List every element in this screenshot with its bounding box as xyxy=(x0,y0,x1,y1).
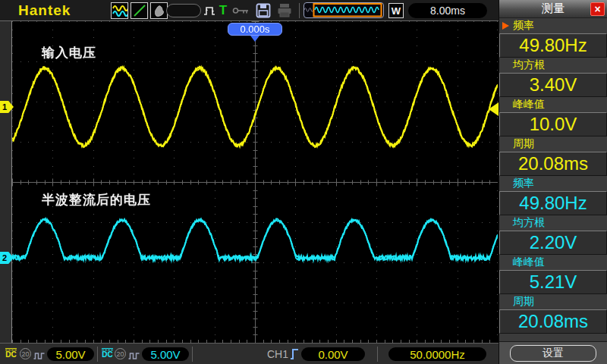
measure-label: 周期 xyxy=(513,137,534,151)
sidebar-title: 测量 xyxy=(542,2,565,16)
print-icon xyxy=(277,3,292,18)
pulse-trigger-icon xyxy=(203,4,217,17)
measure-value: 20.08ms xyxy=(499,309,607,334)
measure-label: 周期 xyxy=(513,295,534,309)
channels-waves-button[interactable] xyxy=(111,2,128,19)
statusbar-separator xyxy=(377,347,378,362)
toolbar-empty-slot xyxy=(166,4,201,17)
trigger-position-tab[interactable]: 0.000s xyxy=(228,23,282,36)
measure-value: 49.80Hz xyxy=(499,191,607,215)
waveform-screen: 输入电压 半波整流后的电压 0.000s 1 2 xyxy=(0,21,498,343)
settings-button[interactable]: 设置 xyxy=(510,345,596,362)
measure-label-row[interactable]: 均方根 xyxy=(499,58,607,73)
measure-label-row[interactable]: 周期 xyxy=(499,294,607,309)
measure-label: 均方根 xyxy=(513,58,545,72)
measure-label-row[interactable]: 周期 xyxy=(499,136,607,152)
channel-marker-strip xyxy=(0,21,12,343)
measure-label-row[interactable]: 均方根 xyxy=(499,215,607,231)
wave-overview-icon xyxy=(304,3,383,17)
statusbar-separator xyxy=(192,347,193,362)
measure-label: 均方根 xyxy=(513,216,545,230)
measure-sidebar: 测量 × 频率49.80Hz均方根3.40V峰峰值10.0V周期20.08ms频… xyxy=(498,0,607,364)
cursor-line-icon xyxy=(132,4,147,17)
wave-overview-widget[interactable] xyxy=(304,2,384,18)
trigger-t-button[interactable]: T xyxy=(218,2,228,19)
ch2-annotation: 半波整流后的电压 xyxy=(42,191,151,209)
lock-button[interactable] xyxy=(232,2,250,19)
ch2-coupling-icon[interactable]: DC xyxy=(101,348,114,359)
measure-value: 20.08ms xyxy=(499,152,607,176)
cursor-line-button[interactable] xyxy=(131,2,148,19)
selected-measure-arrow-icon xyxy=(502,22,509,30)
save-floppy-icon xyxy=(256,3,271,18)
ch2-scale-readout[interactable]: 5.00V xyxy=(142,347,189,361)
measure-value: 2.20V xyxy=(499,231,607,255)
trigger-level-readout[interactable]: 0.00V xyxy=(301,347,365,361)
trigger-slope-icon[interactable] xyxy=(290,347,299,363)
measure-label: 频率 xyxy=(513,19,534,33)
waveform-canvas xyxy=(12,21,498,343)
measure-value: 5.21V xyxy=(499,270,607,294)
print-button[interactable] xyxy=(276,2,293,19)
save-button[interactable] xyxy=(255,2,272,19)
toolbar: Hantek T xyxy=(0,0,498,21)
pulse-trigger-button[interactable] xyxy=(203,2,217,19)
close-icon[interactable]: × xyxy=(590,2,605,16)
ch1-scale-readout[interactable]: 5.00V xyxy=(47,347,94,361)
ch1-coupling-label: DC xyxy=(5,351,16,359)
measure-value: 3.40V xyxy=(499,73,607,97)
measure-label-row[interactable]: 峰峰值 xyxy=(499,97,607,112)
oscilloscope-app: Hantek T xyxy=(0,0,607,364)
sidebar-bottom-strip: 设置 xyxy=(499,341,607,364)
measure-value: 49.80Hz xyxy=(499,33,607,58)
measure-rows: 频率49.80Hz均方根3.40V峰峰值10.0V周期20.08ms频率49.8… xyxy=(499,18,607,334)
key-lock-icon xyxy=(232,5,250,16)
channels-waves-icon xyxy=(112,4,127,17)
measure-label-row[interactable]: 频率 xyxy=(499,18,607,33)
statusbar: DC 20 5.00V DC 20 5.00V CH1 0.00V 50.000… xyxy=(0,343,498,364)
ch2-bandwidth-icon[interactable]: 20 xyxy=(115,348,126,359)
hand-tool-button[interactable] xyxy=(150,2,168,19)
ch1-annotation: 输入电压 xyxy=(42,44,96,61)
brand-logo: Hantek xyxy=(18,2,71,19)
ch1-bandwidth-icon[interactable]: 20 xyxy=(20,348,31,359)
statusbar-separator xyxy=(97,347,98,362)
measure-label-row[interactable]: 频率 xyxy=(499,176,607,191)
ch2-probe-icon[interactable] xyxy=(128,350,140,363)
measure-value: 10.0V xyxy=(499,112,607,136)
measure-label-row[interactable]: 峰峰值 xyxy=(499,255,607,270)
ch1-coupling-icon[interactable]: DC xyxy=(5,348,17,359)
sidebar-header: 测量 × xyxy=(499,0,607,18)
measure-label: 峰峰值 xyxy=(513,98,545,111)
trigger-source-label[interactable]: CH1 xyxy=(267,348,288,360)
dc-solid-line xyxy=(5,348,17,349)
timebase-readout[interactable]: 8.00ms xyxy=(408,3,487,18)
measure-label: 频率 xyxy=(513,177,534,190)
ch2-coupling-label: DC xyxy=(102,351,112,359)
hand-icon xyxy=(153,4,166,17)
ch1-probe-icon[interactable] xyxy=(33,350,46,363)
dc-solid-line xyxy=(102,348,113,349)
trigger-frequency-readout[interactable]: 50.0000Hz xyxy=(388,347,486,361)
trigger-position-pointer-icon xyxy=(250,36,259,42)
toolbar-separator xyxy=(299,3,300,18)
w-mode-button[interactable]: W xyxy=(388,3,404,18)
measure-label: 峰峰值 xyxy=(513,256,545,269)
